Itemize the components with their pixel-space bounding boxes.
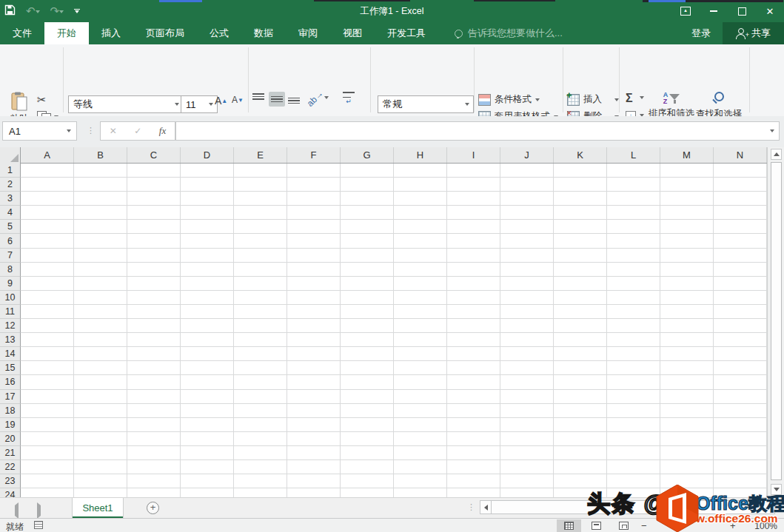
grid-cell[interactable]: [714, 277, 767, 291]
grid-cell[interactable]: [287, 249, 341, 263]
grid-cell[interactable]: [21, 488, 74, 497]
grid-cell[interactable]: [394, 291, 447, 305]
grid-cell[interactable]: [21, 375, 74, 389]
grid-cell[interactable]: [74, 488, 127, 497]
column-header[interactable]: L: [607, 147, 660, 163]
grid-cell[interactable]: [660, 249, 714, 263]
grid-cell[interactable]: [500, 291, 554, 305]
grid-cell[interactable]: [21, 164, 74, 178]
grid-cell[interactable]: [607, 277, 660, 291]
row-header[interactable]: 2: [0, 178, 21, 192]
grid-cell[interactable]: [287, 446, 341, 460]
grid-cell[interactable]: [181, 178, 234, 192]
grid-cell[interactable]: [234, 460, 287, 474]
tab-bar-splitter[interactable]: ⋮: [467, 502, 476, 512]
row-header[interactable]: 6: [0, 234, 21, 248]
grid-cell[interactable]: [127, 333, 181, 347]
grid-cell[interactable]: [127, 319, 181, 333]
tab-home[interactable]: 开始: [44, 22, 89, 44]
scroll-up-button[interactable]: [771, 149, 782, 160]
grid-cell[interactable]: [554, 291, 607, 305]
grid-cell[interactable]: [447, 361, 500, 375]
grid-cell[interactable]: [234, 404, 287, 418]
grid-cell[interactable]: [127, 361, 181, 375]
grid-cell[interactable]: [714, 488, 767, 497]
row-header[interactable]: 16: [0, 375, 21, 389]
grid-cell[interactable]: [554, 404, 607, 418]
grid-cell[interactable]: [447, 347, 500, 361]
grid-cell[interactable]: [287, 347, 341, 361]
grid-cell[interactable]: [127, 305, 181, 319]
grid-cell[interactable]: [447, 178, 500, 192]
grid-cell[interactable]: [607, 347, 660, 361]
grid-cell[interactable]: [341, 390, 394, 404]
grid-cell[interactable]: [714, 178, 767, 192]
grid-cell[interactable]: [127, 234, 181, 248]
grid-cell[interactable]: [74, 375, 127, 389]
grid-cell[interactable]: [394, 249, 447, 263]
column-header[interactable]: A: [21, 147, 74, 163]
next-sheet-icon[interactable]: [37, 505, 41, 516]
row-header[interactable]: 21: [0, 446, 21, 460]
grid-cell[interactable]: [181, 375, 234, 389]
grid-cell[interactable]: [287, 277, 341, 291]
grid-cell[interactable]: [394, 206, 447, 220]
grid-cell[interactable]: [181, 263, 234, 277]
row-header[interactable]: 12: [0, 319, 21, 333]
grid-cell[interactable]: [234, 418, 287, 432]
grid-cell[interactable]: [447, 206, 500, 220]
grid-cell[interactable]: [500, 390, 554, 404]
grid-cell[interactable]: [714, 432, 767, 446]
grid-cell[interactable]: [21, 418, 74, 432]
grid-cell[interactable]: [127, 291, 181, 305]
grid-cell[interactable]: [660, 488, 714, 497]
grid-cell[interactable]: [394, 460, 447, 474]
grid-cell[interactable]: [74, 347, 127, 361]
column-header[interactable]: B: [74, 147, 127, 163]
grid-cell[interactable]: [554, 220, 607, 234]
tab-insert[interactable]: 插入: [89, 22, 133, 44]
minimize-button[interactable]: [700, 0, 728, 22]
grid-cell[interactable]: [714, 446, 767, 460]
grid-cell[interactable]: [74, 164, 127, 178]
column-header[interactable]: E: [234, 147, 287, 163]
tab-page-layout[interactable]: 页面布局: [133, 22, 197, 44]
grid-cell[interactable]: [287, 488, 341, 497]
grid-cell[interactable]: [341, 291, 394, 305]
grid-cell[interactable]: [341, 319, 394, 333]
grid-cell[interactable]: [660, 263, 714, 277]
grid-cell[interactable]: [500, 333, 554, 347]
grid-cell[interactable]: [447, 249, 500, 263]
grid-cell[interactable]: [714, 418, 767, 432]
number-format-combo[interactable]: 常规: [378, 95, 474, 113]
normal-view-button[interactable]: [557, 519, 581, 532]
grid-cell[interactable]: [447, 164, 500, 178]
grid-cell[interactable]: [181, 446, 234, 460]
grid-cell[interactable]: [287, 474, 341, 488]
grid-cell[interactable]: [660, 333, 714, 347]
grid-cell[interactable]: [234, 234, 287, 248]
grid-cell[interactable]: [341, 178, 394, 192]
grid-cell[interactable]: [341, 460, 394, 474]
grid-cell[interactable]: [181, 234, 234, 248]
grid-cell[interactable]: [181, 390, 234, 404]
grid-cell[interactable]: [660, 347, 714, 361]
grid-cell[interactable]: [447, 220, 500, 234]
grid-cell[interactable]: [234, 361, 287, 375]
grid-cell[interactable]: [341, 432, 394, 446]
grid-cell[interactable]: [287, 164, 341, 178]
grid-cell[interactable]: [74, 446, 127, 460]
grid-cell[interactable]: [287, 220, 341, 234]
grid-cell[interactable]: [607, 375, 660, 389]
grid-cell[interactable]: [341, 488, 394, 497]
grid-cell[interactable]: [74, 305, 127, 319]
row-header[interactable]: 9: [0, 277, 21, 291]
grid-cell[interactable]: [234, 178, 287, 192]
grid-cell[interactable]: [607, 432, 660, 446]
column-header[interactable]: M: [660, 147, 714, 163]
grid-cell[interactable]: [714, 220, 767, 234]
grid-cell[interactable]: [181, 206, 234, 220]
grid-cell[interactable]: [127, 404, 181, 418]
font-size-combo[interactable]: 11: [181, 95, 218, 113]
grid-cell[interactable]: [554, 263, 607, 277]
